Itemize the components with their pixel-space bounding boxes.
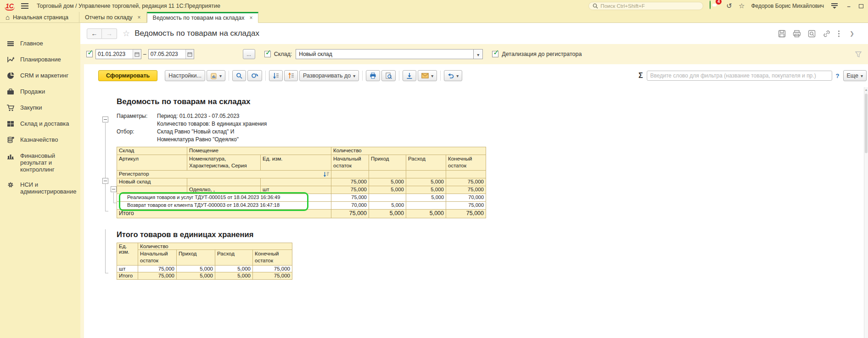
sidebar-item-treasury[interactable]: Казначейство: [0, 132, 80, 148]
current-user[interactable]: Федоров Борис Михайлович: [751, 3, 824, 9]
more-menu-kebab-icon[interactable]: [838, 30, 840, 38]
table-row-nomenclature-group[interactable]: Одеялко, , шт 75,000 5,000 5,000 75,000: [117, 186, 486, 194]
col-header: Артикул: [117, 155, 187, 171]
favorite-star-icon[interactable]: [123, 28, 130, 39]
tab-warehouse-reports[interactable]: Отчеты по складу: [79, 12, 147, 22]
scrollbar-thumb[interactable]: [865, 94, 868, 153]
scroll-up-icon[interactable]: [864, 88, 868, 91]
search-placeholder: Поиск Ctrl+Shift+F: [600, 3, 644, 9]
group-rail-line: [105, 123, 106, 211]
help-button[interactable]: ?: [836, 72, 840, 79]
collapse-group-icon[interactable]: [102, 116, 108, 122]
settings-button[interactable]: Настройки...: [165, 70, 205, 81]
find-next-button[interactable]: [247, 70, 262, 81]
sidebar-item-purchases[interactable]: Закупки: [0, 100, 80, 116]
table-row-registrar[interactable]: Реализация товаров и услуг ТДУТ-000015 о…: [117, 194, 486, 202]
restore-window-button[interactable]: [859, 4, 863, 8]
col-header: Приход: [177, 250, 215, 266]
pie-chart-icon: [6, 72, 15, 80]
save-result-button[interactable]: [403, 70, 416, 81]
col-header: Количество: [331, 147, 486, 155]
col-header: Ед. изм.: [117, 243, 138, 266]
sidebar-item-planning[interactable]: Планирование: [0, 52, 80, 68]
date-to-value[interactable]: 07.05.2023: [149, 50, 185, 59]
discussions-button[interactable]: 4: [710, 1, 720, 11]
expand-rows-icon: [288, 72, 294, 79]
form-left-margin: [80, 44, 84, 338]
minimize-button[interactable]: [845, 3, 852, 10]
chevron-down-icon: [431, 72, 433, 79]
print-icon[interactable]: [793, 30, 801, 38]
report-parameters: Параметры: Период: 01.01.2023 - 07.05.20…: [117, 112, 864, 144]
generate-button[interactable]: Сформировать: [98, 70, 157, 81]
filter-funnel-icon[interactable]: [855, 51, 862, 57]
col-header: Расход: [215, 250, 253, 266]
history-icon[interactable]: [726, 2, 732, 10]
sort-icon[interactable]: [323, 172, 329, 177]
tab-label: Начальная страница: [13, 14, 68, 21]
find-button[interactable]: [232, 70, 246, 81]
expand-groups-button[interactable]: [284, 70, 298, 81]
main-menu-button[interactable]: [20, 2, 29, 10]
close-icon[interactable]: [249, 15, 252, 21]
app-title: Торговый дом / Управление торговлей, ред…: [37, 3, 220, 9]
preview-button[interactable]: [381, 70, 396, 81]
period-checkbox[interactable]: [86, 51, 93, 57]
back-arrow-icon: [91, 30, 98, 37]
calendar-button[interactable]: [133, 50, 141, 59]
warehouse-label: Склад:: [274, 51, 292, 57]
send-email-button[interactable]: [418, 70, 437, 81]
col-header: Номенклатура, Характеристика, Серия: [187, 155, 261, 171]
calendar-button[interactable]: [185, 50, 194, 59]
vertical-scrollbar[interactable]: [864, 87, 868, 338]
forward-button[interactable]: [102, 28, 117, 39]
print-preview-icon[interactable]: [808, 30, 816, 38]
favorites-star-icon[interactable]: [739, 2, 745, 10]
tab-home[interactable]: Начальная страница: [0, 12, 79, 22]
sidebar-item-main[interactable]: Главное: [0, 36, 80, 52]
more-button[interactable]: Еще: [843, 70, 867, 81]
date-from-value[interactable]: 01.01.2023: [96, 50, 133, 59]
warehouse-dropdown-button[interactable]: [474, 49, 483, 59]
sidebar-item-finance[interactable]: Финансовый результат и контроллинг: [0, 148, 80, 177]
warehouse-checkbox[interactable]: [264, 51, 271, 57]
tab-goods-statement[interactable]: Ведомость по товарам на складах: [147, 12, 259, 23]
tab-label: Отчеты по складу: [85, 14, 133, 21]
sidebar-item-sales[interactable]: Продажи: [0, 84, 80, 100]
collapse-group-icon[interactable]: [102, 178, 108, 184]
table-row-registrar[interactable]: Возврат товаров от клиента ТДУТ-000003 о…: [117, 202, 486, 210]
print-button[interactable]: [366, 70, 380, 81]
autosum-button[interactable]: Σ: [638, 72, 643, 80]
expand-to-button[interactable]: Разворачивать до: [299, 70, 359, 81]
gear-icon: [6, 181, 15, 189]
collapse-group-icon[interactable]: [111, 186, 117, 192]
summary-table[interactable]: Ед. изм. Количество Начальный остаток Пр…: [117, 243, 292, 280]
panel-expand-icon[interactable]: [850, 30, 854, 37]
history-undo-button[interactable]: [444, 70, 462, 81]
sidebar-item-crm[interactable]: CRM и маркетинг: [0, 68, 80, 84]
save-icon[interactable]: [778, 30, 786, 38]
discussions-icon: [710, 0, 711, 9]
quick-filter-input[interactable]: [647, 71, 832, 81]
detail-checkbox[interactable]: [492, 51, 498, 57]
sidebar-item-warehouse[interactable]: Склад и доставка: [0, 116, 80, 132]
panels-settings-icon[interactable]: [830, 3, 839, 9]
period-options-button[interactable]: ...: [243, 49, 255, 59]
main-table[interactable]: Склад Помещение Количество Артикул Номен…: [117, 147, 486, 218]
back-button[interactable]: [87, 28, 102, 39]
params-label: Параметры:: [117, 112, 157, 120]
table-row-warehouse-group[interactable]: Новый склад 75,000 5,000 5,000 75,000: [117, 178, 486, 186]
close-icon[interactable]: [138, 14, 141, 21]
global-search-input[interactable]: Поиск Ctrl+Shift+F: [588, 2, 703, 10]
report-variants-button[interactable]: [207, 70, 225, 81]
date-to-field[interactable]: 07.05.2023: [148, 49, 194, 59]
link-icon[interactable]: [823, 30, 831, 38]
collapse-groups-button[interactable]: [269, 70, 283, 81]
detail-label: Детализация до регистратора: [502, 51, 582, 57]
sidebar-item-admin[interactable]: НСИ и администрирование: [0, 177, 80, 199]
date-from-field[interactable]: 01.01.2023: [95, 49, 141, 59]
app-window: 1С Торговый дом / Управление торговлей, …: [0, 0, 868, 338]
topbar: 1С Торговый дом / Управление торговлей, …: [0, 0, 868, 12]
warehouse-field[interactable]: Новый склад: [296, 49, 483, 59]
warehouse-value[interactable]: Новый склад: [296, 49, 474, 59]
